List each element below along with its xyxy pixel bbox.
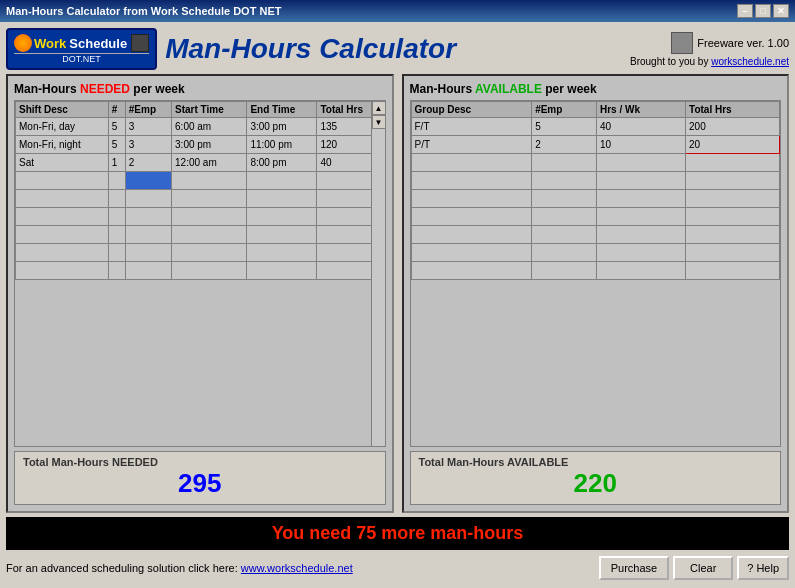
message-text: You need 75 more man-hours xyxy=(272,523,524,543)
avail-col-hrs: Hrs / Wk xyxy=(596,102,685,118)
available-table-empty-row[interactable] xyxy=(411,190,780,208)
message-bar: You need 75 more man-hours xyxy=(6,517,789,550)
help-button[interactable]: ? Help xyxy=(737,556,789,580)
version-text: Freeware ver. 1.00 xyxy=(697,37,789,49)
needed-table-empty-row[interactable] xyxy=(16,244,385,262)
needed-table-row[interactable]: Mon-Fri, day 5 3 6:00 am 3:00 pm 135 xyxy=(16,118,385,136)
clear-button[interactable]: Clear xyxy=(673,556,733,580)
available-total-box: Total Man-Hours AVAILABLE 220 xyxy=(410,451,782,505)
avail-col-total: Total Hrs xyxy=(686,102,780,118)
brought-by: Brought to you by workschedule.net xyxy=(630,56,789,67)
version-area: Freeware ver. 1.00 Brought to you by wor… xyxy=(630,32,789,67)
logo-grid-icon xyxy=(131,34,149,52)
logo-sun-icon xyxy=(14,34,32,52)
needed-table-empty-row[interactable] xyxy=(16,262,385,280)
available-total-label: Total Man-Hours AVAILABLE xyxy=(419,456,569,468)
logo-box: Work Schedule DOT.NET xyxy=(6,28,157,70)
title-bar-controls: – □ ✕ xyxy=(737,4,789,18)
needed-table-empty-row[interactable] xyxy=(16,226,385,244)
app-title: Man-Hours Calculator xyxy=(165,33,630,65)
action-bar-link[interactable]: www.workschedule.net xyxy=(241,562,353,574)
available-table-empty-row[interactable] xyxy=(411,208,780,226)
available-table-empty-row[interactable] xyxy=(411,226,780,244)
needed-scroll-down[interactable]: ▼ xyxy=(372,115,386,129)
needed-table-empty-row[interactable] xyxy=(16,190,385,208)
available-table-empty-row[interactable] xyxy=(411,172,780,190)
needed-table: Shift Desc # #Emp Start Time End Time To… xyxy=(15,101,385,280)
minimize-button[interactable]: – xyxy=(737,4,753,18)
window-title: Man-Hours Calculator from Work Schedule … xyxy=(6,5,281,17)
maximize-button[interactable]: □ xyxy=(755,4,771,18)
available-table-empty-row[interactable] xyxy=(411,262,780,280)
header-area: Work Schedule DOT.NET Man-Hours Calculat… xyxy=(6,28,789,70)
needed-col-emp: #Emp xyxy=(125,102,171,118)
available-table-empty-row[interactable] xyxy=(411,244,780,262)
window-content: Work Schedule DOT.NET Man-Hours Calculat… xyxy=(0,22,795,588)
needed-total-label: Total Man-Hours NEEDED xyxy=(23,456,158,468)
header-link[interactable]: workschedule.net xyxy=(711,56,789,67)
needed-scroll-up[interactable]: ▲ xyxy=(372,101,386,115)
needed-scrollbar[interactable]: ▲ ▼ xyxy=(371,101,385,446)
needed-table-row[interactable]: Sat 1 2 12:00 am 8:00 pm 40 xyxy=(16,154,385,172)
two-col-layout: Man-Hours NEEDED per week Shift Desc # #… xyxy=(6,74,789,513)
needed-col-end: End Time xyxy=(247,102,317,118)
needed-table-row[interactable]: Mon-Fri, night 5 3 3:00 pm 11:00 pm 120 xyxy=(16,136,385,154)
needed-table-wrapper: Shift Desc # #Emp Start Time End Time To… xyxy=(14,100,386,447)
available-table-row[interactable]: P/T 2 10 20 xyxy=(411,136,780,154)
action-bar-text: For an advanced scheduling solution clic… xyxy=(6,562,595,574)
avail-col-emp: #Emp xyxy=(532,102,597,118)
logo-dotnet: DOT.NET xyxy=(14,53,149,64)
purchase-button[interactable]: Purchase xyxy=(599,556,669,580)
needed-col-start: Start Time xyxy=(172,102,247,118)
title-bar-text: Man-Hours Calculator from Work Schedule … xyxy=(6,5,281,17)
needed-col-shift-desc: Shift Desc xyxy=(16,102,109,118)
close-button[interactable]: ✕ xyxy=(773,4,789,18)
needed-panel: Man-Hours NEEDED per week Shift Desc # #… xyxy=(6,74,394,513)
available-panel: Man-Hours AVAILABLE per week Group Desc … xyxy=(402,74,790,513)
action-bar: For an advanced scheduling solution clic… xyxy=(6,554,789,582)
available-table: Group Desc #Emp Hrs / Wk Total Hrs F/T 5… xyxy=(411,101,781,280)
available-table-row[interactable]: F/T 5 40 200 xyxy=(411,118,780,136)
needed-table-empty-row[interactable] xyxy=(16,172,385,190)
needed-panel-title: Man-Hours NEEDED per week xyxy=(14,82,386,96)
needed-total-box: Total Man-Hours NEEDED 295 xyxy=(14,451,386,505)
needed-table-empty-row[interactable] xyxy=(16,208,385,226)
needed-total-value: 295 xyxy=(23,468,377,499)
logo-work: Work Schedule xyxy=(34,36,127,51)
available-total-value: 220 xyxy=(419,468,773,499)
available-table-wrapper: Group Desc #Emp Hrs / Wk Total Hrs F/T 5… xyxy=(410,100,782,447)
app-icon xyxy=(671,32,693,54)
available-table-empty-row[interactable] xyxy=(411,154,780,172)
available-panel-title: Man-Hours AVAILABLE per week xyxy=(410,82,782,96)
needed-col-hash: # xyxy=(108,102,125,118)
avail-col-group: Group Desc xyxy=(411,102,532,118)
title-bar: Man-Hours Calculator from Work Schedule … xyxy=(0,0,795,22)
